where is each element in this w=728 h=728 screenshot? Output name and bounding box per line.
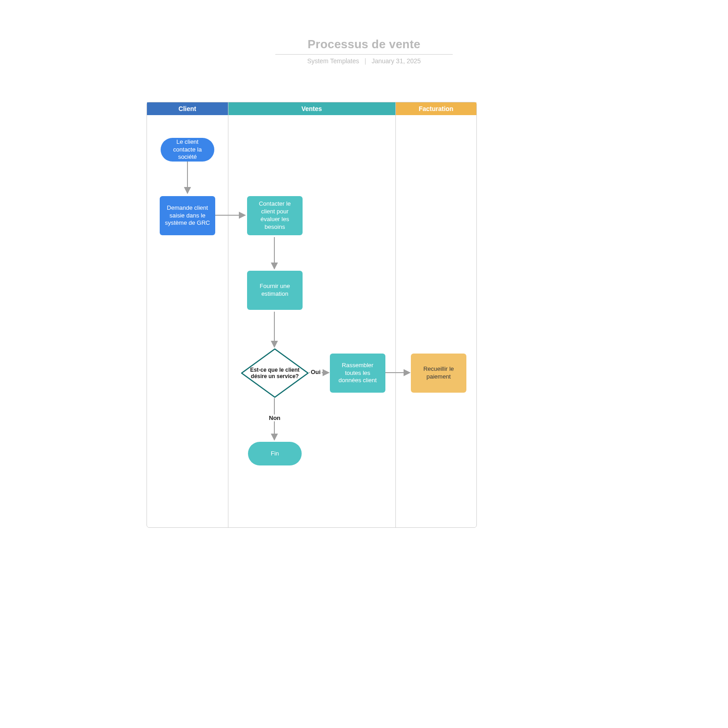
page-header: Processus de vente System Templates | Ja…	[0, 37, 728, 65]
node-contact[interactable]: Contacter le client pour évaluer les bes…	[247, 196, 303, 235]
node-crm-label: Demande client saisie dans le système de…	[164, 204, 211, 228]
author-label: System Templates	[307, 57, 359, 65]
node-payment[interactable]: Recueillir le paiement	[411, 354, 466, 393]
node-end[interactable]: Fin	[248, 442, 302, 465]
node-crm[interactable]: Demande client saisie dans le système de…	[160, 196, 215, 235]
node-gather-label: Rassembler toutes les données client	[334, 362, 381, 385]
node-contact-label: Contacter le client pour évaluer les bes…	[252, 200, 298, 231]
lane-client: Client	[147, 102, 228, 527]
page-meta: System Templates | January 31, 2025	[0, 57, 728, 65]
node-decision[interactable]: Est-ce que le client désire un service?	[241, 348, 309, 398]
lane-billing: Facturation	[396, 102, 477, 527]
page-title: Processus de vente	[0, 37, 728, 51]
meta-separator: |	[364, 57, 366, 65]
lane-header-billing: Facturation	[396, 102, 477, 115]
node-end-label: Fin	[271, 450, 279, 458]
page: Processus de vente System Templates | Ja…	[0, 0, 728, 728]
date-label: January 31, 2025	[372, 57, 421, 65]
node-gather[interactable]: Rassembler toutes les données client	[330, 354, 385, 393]
swimlanes: Client Ventes Facturation	[147, 102, 476, 527]
node-estimate-label: Fournir une estimation	[252, 283, 298, 298]
lane-header-client: Client	[147, 102, 228, 115]
title-rule	[275, 54, 453, 55]
node-payment-label: Recueillir le paiement	[415, 365, 462, 381]
swimlane-container: Client Ventes Facturation	[147, 102, 477, 528]
node-estimate[interactable]: Fournir une estimation	[247, 271, 303, 310]
lane-header-sales: Ventes	[228, 102, 395, 115]
node-decision-label: Est-ce que le client désire un service?	[249, 367, 301, 379]
node-start-label: Le client contacte la société	[165, 138, 210, 162]
node-start[interactable]: Le client contacte la société	[161, 138, 214, 162]
